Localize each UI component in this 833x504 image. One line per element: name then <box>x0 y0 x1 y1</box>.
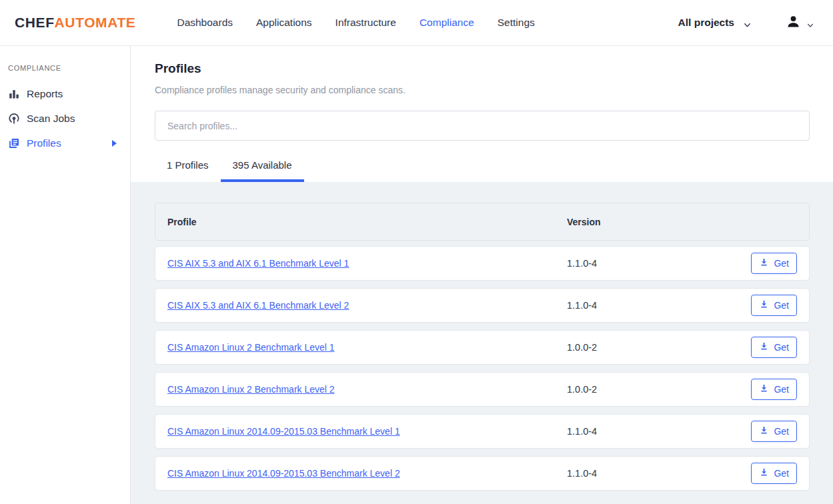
tab-profiles[interactable]: 1 Profiles <box>155 151 221 182</box>
sidebar-section-label: COMPLIANCE <box>0 64 130 72</box>
profile-version: 1.1.0-4 <box>567 468 597 479</box>
table-row: CIS AIX 5.3 and AIX 6.1 Benchmark Level … <box>155 288 810 323</box>
projects-selector[interactable]: All projects <box>678 17 751 29</box>
get-button-label: Get <box>774 258 789 269</box>
table-row: CIS AIX 5.3 and AIX 6.1 Benchmark Level … <box>155 246 810 281</box>
page-head: Profiles Compliance profiles manage secu… <box>131 46 833 95</box>
user-menu[interactable] <box>786 14 814 32</box>
get-button[interactable]: Get <box>751 463 797 484</box>
sidebar-item-reports[interactable]: Reports <box>0 81 130 106</box>
profiles-table-header: Profile Version <box>155 203 810 241</box>
library-icon <box>8 137 20 149</box>
get-button[interactable]: Get <box>751 295 797 316</box>
profile-link[interactable]: CIS Amazon Linux 2014.09-2015.03 Benchma… <box>167 426 400 437</box>
profile-version: 1.1.0-4 <box>567 300 597 311</box>
profile-version: 1.1.0-4 <box>567 426 597 437</box>
search-wrap <box>131 95 833 141</box>
chef-automate-logo[interactable]: CHEFAUTOMATE <box>15 15 135 31</box>
nav-applications[interactable]: Applications <box>256 17 312 29</box>
sidebar-item-profiles[interactable]: Profiles <box>0 131 130 155</box>
get-button-label: Get <box>774 468 789 479</box>
main-content: Profiles Compliance profiles manage secu… <box>131 46 833 504</box>
page-subtitle: Compliance profiles manage security and … <box>155 85 810 95</box>
nav-settings[interactable]: Settings <box>498 17 535 29</box>
column-header-profile: Profile <box>167 217 567 227</box>
profile-link[interactable]: CIS Amazon Linux 2 Benchmark Level 1 <box>167 342 335 353</box>
tab-available[interactable]: 395 Available <box>221 151 304 182</box>
nav-dashboards[interactable]: Dashboards <box>177 17 233 29</box>
projects-selector-label: All projects <box>678 17 734 29</box>
nav-infrastructure[interactable]: Infrastructure <box>335 17 396 29</box>
sidebar-item-scan-jobs[interactable]: Scan Jobs <box>0 106 130 131</box>
bar-chart-icon <box>8 88 20 100</box>
profile-link[interactable]: CIS AIX 5.3 and AIX 6.1 Benchmark Level … <box>167 300 349 311</box>
get-button-label: Get <box>774 300 789 311</box>
profiles-table-body: CIS AIX 5.3 and AIX 6.1 Benchmark Level … <box>155 246 810 491</box>
logo-automate: AUTOMATE <box>55 15 136 30</box>
table-row: CIS Amazon Linux 2 Benchmark Level 1 1.0… <box>155 330 810 365</box>
table-row: CIS Amazon Linux 2 Benchmark Level 2 1.0… <box>155 372 810 407</box>
tabs: 1 Profiles 395 Available <box>131 141 833 182</box>
main-nav: Dashboards Applications Infrastructure C… <box>177 17 534 29</box>
logo-chef: CHEF <box>15 15 55 30</box>
download-icon <box>759 341 769 353</box>
profile-link[interactable]: CIS AIX 5.3 and AIX 6.1 Benchmark Level … <box>167 258 349 269</box>
profile-version: 1.1.0-4 <box>567 258 597 269</box>
compliance-sidebar: COMPLIANCE Reports Scan Jobs Prof <box>0 46 131 504</box>
table-row: CIS Amazon Linux 2014.09-2015.03 Benchma… <box>155 414 810 449</box>
content-panel: Profile Version CIS AIX 5.3 and AIX 6.1 … <box>131 182 833 504</box>
chevron-down-icon <box>807 19 814 27</box>
download-icon <box>759 383 769 395</box>
get-button-label: Get <box>774 426 789 437</box>
radar-icon <box>8 113 20 125</box>
header-right: All projects <box>678 14 814 32</box>
avatar-icon <box>786 14 801 32</box>
page-title: Profiles <box>155 61 810 76</box>
profile-link[interactable]: CIS Amazon Linux 2 Benchmark Level 2 <box>167 384 335 395</box>
table-row: CIS Amazon Linux 2014.09-2015.03 Benchma… <box>155 456 810 491</box>
expand-arrow-icon[interactable] <box>112 140 117 147</box>
get-button[interactable]: Get <box>751 253 797 274</box>
download-icon <box>759 299 769 311</box>
sidebar-item-label: Profiles <box>27 137 61 149</box>
get-button-label: Get <box>774 384 789 395</box>
chevron-down-icon <box>744 19 751 27</box>
nav-compliance[interactable]: Compliance <box>420 17 474 29</box>
search-input[interactable] <box>155 111 810 141</box>
get-button[interactable]: Get <box>751 379 797 400</box>
column-header-version: Version <box>567 217 601 227</box>
download-icon <box>759 467 769 479</box>
profile-version: 1.0.0-2 <box>567 384 597 395</box>
download-icon <box>759 425 769 437</box>
profile-version: 1.0.0-2 <box>567 342 597 353</box>
get-button[interactable]: Get <box>751 421 797 442</box>
get-button-label: Get <box>774 342 789 353</box>
download-icon <box>759 257 769 269</box>
sidebar-item-label: Reports <box>27 88 63 100</box>
get-button[interactable]: Get <box>751 337 797 358</box>
profile-link[interactable]: CIS Amazon Linux 2014.09-2015.03 Benchma… <box>167 468 400 479</box>
app-header: CHEFAUTOMATE Dashboards Applications Inf… <box>0 0 833 46</box>
sidebar-item-label: Scan Jobs <box>27 113 75 125</box>
